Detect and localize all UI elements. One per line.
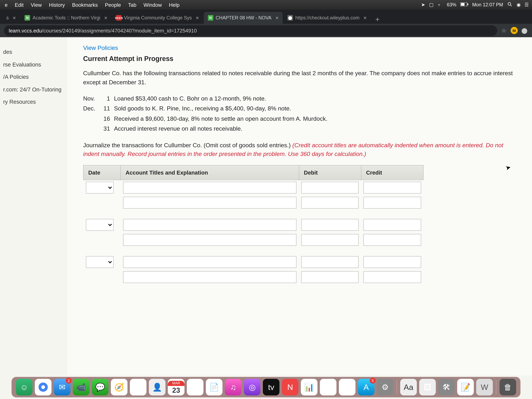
notes-icon[interactable]: 📄 xyxy=(206,379,222,395)
transaction-row: Dec. 11 Sold goods to K. R. Pine, Inc., … xyxy=(83,103,516,114)
appstore-icon[interactable]: A5 xyxy=(358,379,374,395)
debit-input[interactable] xyxy=(301,271,359,283)
profile-avatar[interactable]: M xyxy=(511,27,518,34)
menu-item[interactable]: Help xyxy=(169,2,179,8)
menu-item[interactable]: Bookmarks xyxy=(72,2,98,8)
reminders-icon[interactable]: ▤ xyxy=(187,379,203,395)
menu-item[interactable]: People xyxy=(105,2,121,8)
notification-center-icon[interactable]: ☰ xyxy=(525,2,529,7)
view-policies-link[interactable]: View Policies xyxy=(83,44,516,51)
music-icon[interactable]: ♫ xyxy=(225,379,241,395)
account-input[interactable] xyxy=(123,234,297,246)
close-icon[interactable]: × xyxy=(363,15,367,21)
url-field[interactable]: learn.vccs.edu/courses/240149/assignment… xyxy=(4,25,497,36)
browser-tab[interactable]: s × xyxy=(2,12,20,24)
credit-input[interactable] xyxy=(363,182,421,193)
date-select[interactable] xyxy=(86,182,114,193)
txn-day: 16 xyxy=(103,114,114,124)
favicon-icon: N xyxy=(25,15,30,21)
numbers-icon[interactable]: 📊 xyxy=(301,379,317,395)
close-icon[interactable]: × xyxy=(13,15,16,21)
pages-icon[interactable]: ✎ xyxy=(339,379,355,395)
menu-item[interactable]: View xyxy=(31,2,42,8)
url-path: /courses/240149/assignments/4704240?modu… xyxy=(42,28,197,33)
sidebar-item[interactable]: ry Resources xyxy=(0,96,67,108)
browser-tab[interactable]: ⬤ https://checkout.wileyplus.com × xyxy=(283,12,371,24)
clock[interactable]: Mon 12:07 PM xyxy=(472,2,503,7)
close-icon[interactable]: × xyxy=(104,15,108,21)
date-select[interactable] xyxy=(86,219,114,231)
credit-input[interactable] xyxy=(363,234,421,246)
close-icon[interactable]: × xyxy=(196,15,199,21)
svg-rect-1 xyxy=(461,3,464,6)
textedit-icon[interactable]: 📝 xyxy=(457,379,474,395)
menu-item[interactable]: Edit xyxy=(15,2,24,8)
appletv-icon[interactable]: tv xyxy=(263,379,279,395)
sidebar-item[interactable]: /A Policies xyxy=(0,71,67,83)
browser-tab-active[interactable]: N CHAPTER 08 HW - NOVA × xyxy=(204,12,283,24)
finder-icon[interactable]: ☺ xyxy=(16,379,32,395)
utility-icon[interactable]: 🛠 xyxy=(438,379,455,395)
col-credit: Credit xyxy=(361,165,423,180)
calendar-day: 23 xyxy=(172,386,180,394)
mail-icon[interactable]: ✉2 xyxy=(54,379,70,395)
sidebar-item[interactable]: des xyxy=(0,46,67,58)
extension-icon[interactable]: ⬤ xyxy=(521,27,528,34)
problem-intro: Cullumber Co. has the following transact… xyxy=(83,69,516,87)
chrome-icon[interactable] xyxy=(35,379,51,395)
messages-icon[interactable]: 💬 xyxy=(92,379,108,395)
account-input[interactable] xyxy=(123,196,297,209)
svg-line-4 xyxy=(511,5,512,6)
sidebar-item[interactable]: rse Evaluations xyxy=(0,58,67,71)
credit-input[interactable] xyxy=(363,271,421,283)
calendar-icon[interactable]: MAR 23 xyxy=(168,379,184,395)
word-icon[interactable]: W xyxy=(476,379,493,395)
facetime-icon[interactable]: 📹 xyxy=(73,379,89,395)
debit-input[interactable] xyxy=(301,196,359,209)
close-icon[interactable]: × xyxy=(276,15,279,21)
menu-item[interactable]: Window xyxy=(144,2,162,8)
contacts-icon[interactable]: 👤 xyxy=(149,379,165,395)
journal-entry-table: Date Account Titles and Explanation Debi… xyxy=(83,165,424,285)
debit-input[interactable] xyxy=(301,219,359,231)
bookmark-star-icon[interactable]: ☆ xyxy=(500,27,507,34)
tab-title: Virginia Community College Sys xyxy=(124,15,192,21)
news-icon[interactable]: N xyxy=(282,379,298,395)
transaction-row: 16 Received a $9,600, 180-day, 8% note t… xyxy=(83,114,516,124)
credit-input[interactable] xyxy=(363,196,421,209)
date-select[interactable] xyxy=(86,256,114,268)
photos-icon[interactable]: ✿ xyxy=(130,379,146,395)
spotlight-icon[interactable] xyxy=(507,1,513,8)
debit-input[interactable] xyxy=(301,182,359,193)
menu-item[interactable]: History xyxy=(49,2,65,8)
credit-input[interactable] xyxy=(363,256,421,268)
new-tab-button[interactable]: + xyxy=(371,15,384,24)
sidebar-item[interactable]: r.com: 24/7 On-Tutoring xyxy=(0,83,67,96)
siri-icon[interactable]: ◉ xyxy=(517,2,520,7)
location-icon[interactable]: ➤ xyxy=(421,2,425,7)
keynote-icon[interactable]: 📽 xyxy=(320,379,336,395)
account-input[interactable] xyxy=(123,182,297,193)
credit-input[interactable] xyxy=(363,219,421,231)
trash-icon[interactable]: 🗑 xyxy=(500,379,516,395)
preview-icon[interactable]: 🖼 xyxy=(419,379,436,395)
browser-tab[interactable]: N Academic Tools :: Northern Virgi × xyxy=(21,12,111,24)
settings-icon[interactable]: ⚙ xyxy=(377,379,393,395)
podcasts-icon[interactable]: ◎ xyxy=(244,379,260,395)
txn-desc: Loaned $53,400 cash to C. Bohr on a 12-m… xyxy=(114,93,516,103)
menu-item[interactable]: Tab xyxy=(128,2,136,8)
account-input[interactable] xyxy=(123,219,297,231)
wifi-icon[interactable] xyxy=(437,2,443,7)
account-input[interactable] xyxy=(123,256,297,268)
account-input[interactable] xyxy=(123,271,297,283)
maps-icon[interactable]: 🧭 xyxy=(111,379,127,395)
menu-item[interactable]: e xyxy=(5,2,8,8)
browser-tab[interactable]: vccs Virginia Community College Sys × xyxy=(112,12,203,24)
txn-desc: Sold goods to K. R. Pine, Inc., receivin… xyxy=(114,103,516,114)
debit-input[interactable] xyxy=(301,234,359,246)
airplay-icon[interactable]: ▢ xyxy=(429,2,433,7)
dictionary-icon[interactable]: Aa xyxy=(400,379,417,395)
col-date: Date xyxy=(83,165,121,180)
debit-input[interactable] xyxy=(301,256,359,268)
browser-window: s × N Academic Tools :: Northern Virgi ×… xyxy=(0,10,532,375)
